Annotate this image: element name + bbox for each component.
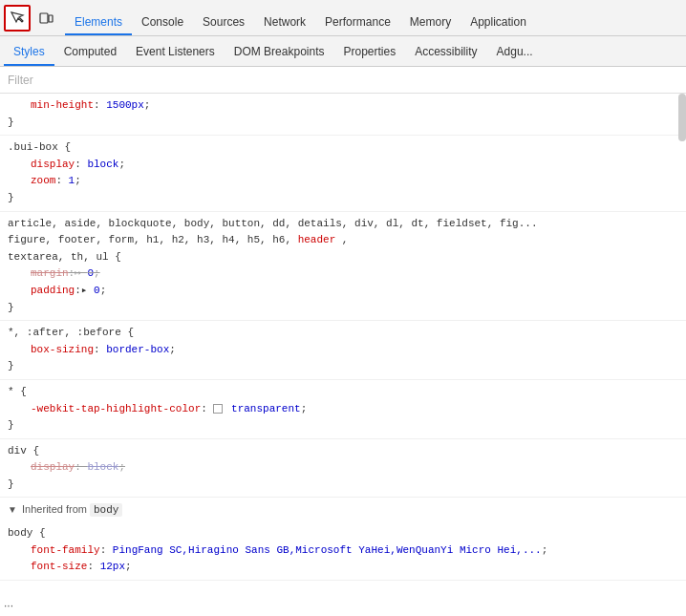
device-toolbar-button[interactable] — [32, 5, 59, 32]
svg-rect-1 — [49, 15, 53, 22]
css-block-3: article, aside, blockquote, body, button… — [0, 212, 686, 322]
subtab-adgu[interactable]: Adgu... — [487, 36, 543, 66]
css-close-brace: } — [8, 192, 14, 203]
css-block-1: min-height: 1500px; } — [0, 94, 686, 136]
css-selector-long-3: textarea, th, ul { — [8, 249, 678, 266]
toolbar-icons — [4, 5, 59, 32]
css-property: min-height: 1500px; — [8, 97, 678, 115]
css-property-font-size: font-size: 12px; — [8, 559, 678, 576]
tab-elements[interactable]: Elements — [65, 9, 132, 35]
css-property-box-sizing: box-sizing: border-box; — [8, 342, 678, 359]
css-selector-long: article, aside, blockquote, body, button… — [8, 216, 678, 233]
tab-network[interactable]: Network — [254, 9, 315, 35]
devtools-window: Elements Console Sources Network Perform… — [0, 0, 686, 616]
css-property-margin-strikethrough: margin:↦ 0; — [8, 266, 678, 283]
tab-console[interactable]: Console — [132, 9, 193, 35]
css-selector: .bui-box { — [8, 139, 678, 157]
expand-arrow-icon[interactable]: ▼ — [8, 502, 19, 518]
css-close-brace: } — [8, 419, 14, 431]
css-selector-universal: * { — [8, 384, 678, 401]
tab-performance[interactable]: Performance — [315, 9, 400, 35]
css-property-webkit-tap: -webkit-tap-highlight-color: transparent… — [8, 401, 678, 418]
tab-application[interactable]: Application — [461, 9, 536, 35]
css-block-5: * { -webkit-tap-highlight-color: transpa… — [0, 380, 686, 439]
main-nav-tabs: Elements Console Sources Network Perform… — [65, 0, 536, 35]
filter-label: Filter — [8, 74, 33, 87]
filter-bar: Filter — [0, 67, 686, 94]
css-property-display-strikethrough: display: block; — [8, 459, 678, 477]
subtab-computed[interactable]: Computed — [54, 36, 126, 66]
css-property-padding: padding:▸ 0; — [8, 283, 678, 300]
css-property-display: display: block; — [8, 157, 678, 174]
inherited-tag: body — [90, 503, 122, 517]
subtab-properties[interactable]: Properties — [333, 36, 405, 66]
css-block-2: .bui-box { display: block; zoom: 1; } — [0, 136, 686, 211]
color-swatch — [213, 403, 225, 414]
more-options-button[interactable]: ··· — [4, 599, 13, 612]
inspect-element-button[interactable] — [4, 5, 31, 32]
scrollbar[interactable] — [678, 94, 686, 141]
subtab-accessibility[interactable]: Accessibility — [405, 36, 486, 66]
css-close-brace: } — [8, 360, 14, 372]
css-selector-div: div { — [8, 443, 678, 460]
css-property-font-family: font-family: PingFang SC,Hiragino Sans G… — [8, 542, 678, 560]
css-block-4: *, :after, :before { box-sizing: border-… — [0, 321, 686, 380]
css-selector-star: *, :after, :before { — [8, 325, 678, 342]
main-toolbar: Elements Console Sources Network Perform… — [0, 0, 686, 36]
css-close-brace: } — [8, 117, 14, 128]
subtab-dom-breakpoints[interactable]: DOM Breakpoints — [225, 36, 334, 66]
css-selector-body: body { — [8, 525, 678, 542]
subtab-styles[interactable]: Styles — [4, 36, 54, 66]
css-property-zoom: zoom: 1; — [8, 173, 678, 190]
tab-sources[interactable]: Sources — [193, 9, 254, 35]
styles-panel[interactable]: min-height: 1500px; } .bui-box { display… — [0, 94, 686, 616]
tab-memory[interactable]: Memory — [400, 9, 461, 35]
css-close-brace: } — [8, 302, 14, 313]
css-selector-long-2: figure, footer, form, h1, h2, h3, h4, h5… — [8, 232, 678, 249]
css-block-body: body { font-family: PingFang SC,Hiragino… — [0, 521, 686, 581]
svg-rect-0 — [40, 13, 48, 23]
inherited-label: ▼ Inherited from body — [0, 498, 686, 521]
css-close-brace: } — [8, 478, 14, 490]
css-block-6: div { display: block; } — [0, 439, 686, 499]
subtab-event-listeners[interactable]: Event Listeners — [126, 36, 225, 66]
sub-toolbar: Styles Computed Event Listeners DOM Brea… — [0, 36, 686, 67]
